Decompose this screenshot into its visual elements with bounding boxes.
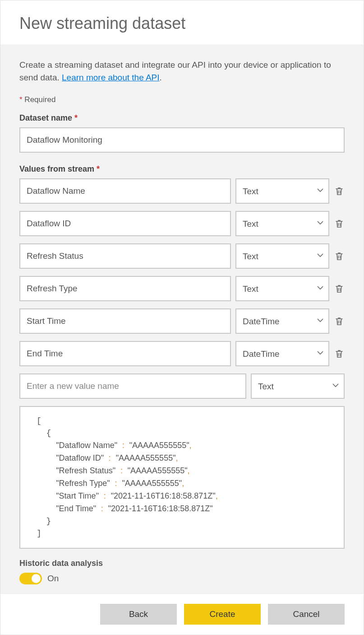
stream-value-name-input[interactable] <box>19 178 231 204</box>
stream-value-type-select[interactable]: Text <box>235 276 329 301</box>
stream-value-type-select[interactable]: Text <box>235 243 329 269</box>
trash-icon[interactable] <box>334 283 345 294</box>
values-from-stream-label: Values from stream * <box>19 164 345 174</box>
learn-more-link[interactable]: Learn more about the API <box>62 73 160 82</box>
historic-section: Historic data analysis On <box>19 559 345 584</box>
historic-toggle[interactable] <box>19 573 42 584</box>
intro-text-part2: . <box>160 73 162 82</box>
dialog-footer: Back Create Cancel <box>0 593 364 635</box>
create-button[interactable]: Create <box>184 604 261 625</box>
new-value-row: Text <box>19 374 345 399</box>
historic-toggle-state: On <box>47 574 59 584</box>
dialog-header: New streaming dataset <box>0 0 364 45</box>
dataset-name-input[interactable] <box>19 127 345 153</box>
intro-text: Create a streaming dataset and integrate… <box>19 59 345 84</box>
stream-value-name-input[interactable] <box>19 276 231 301</box>
stream-value-row: Text <box>19 211 345 236</box>
stream-value-row: DateTime <box>19 341 345 366</box>
trash-icon[interactable] <box>334 218 345 229</box>
stream-value-name-input[interactable] <box>19 243 231 269</box>
stream-value-name-input[interactable] <box>19 308 231 334</box>
stream-value-type-select[interactable]: DateTime <box>235 308 329 334</box>
new-value-name-input[interactable] <box>19 374 246 399</box>
cancel-button[interactable]: Cancel <box>268 604 345 625</box>
stream-value-row: Text <box>19 276 345 301</box>
trash-icon[interactable] <box>334 316 345 327</box>
stream-value-type-select[interactable]: Text <box>235 211 329 236</box>
stream-values-list: TextTextTextTextDateTimeDateTime <box>19 178 345 366</box>
historic-label: Historic data analysis <box>19 559 345 568</box>
dataset-name-label: Dataset name * <box>19 113 345 123</box>
json-preview: [ { "Dataflow Name" : "AAAAA555555", "Da… <box>19 406 345 549</box>
stream-value-type-select[interactable]: Text <box>235 178 329 204</box>
stream-value-type-select[interactable]: DateTime <box>235 341 329 366</box>
dialog-body: Create a streaming dataset and integrate… <box>0 45 364 593</box>
new-value-type-select[interactable]: Text <box>251 374 345 399</box>
required-note: * Required <box>19 95 345 104</box>
page-title: New streaming dataset <box>19 14 345 33</box>
trash-icon[interactable] <box>334 348 345 359</box>
trash-icon[interactable] <box>334 186 345 196</box>
back-button[interactable]: Back <box>100 604 177 625</box>
stream-value-row: Text <box>19 243 345 269</box>
stream-value-row: DateTime <box>19 308 345 334</box>
stream-value-row: Text <box>19 178 345 204</box>
stream-value-name-input[interactable] <box>19 211 231 236</box>
trash-icon[interactable] <box>334 251 345 261</box>
stream-value-name-input[interactable] <box>19 341 231 366</box>
